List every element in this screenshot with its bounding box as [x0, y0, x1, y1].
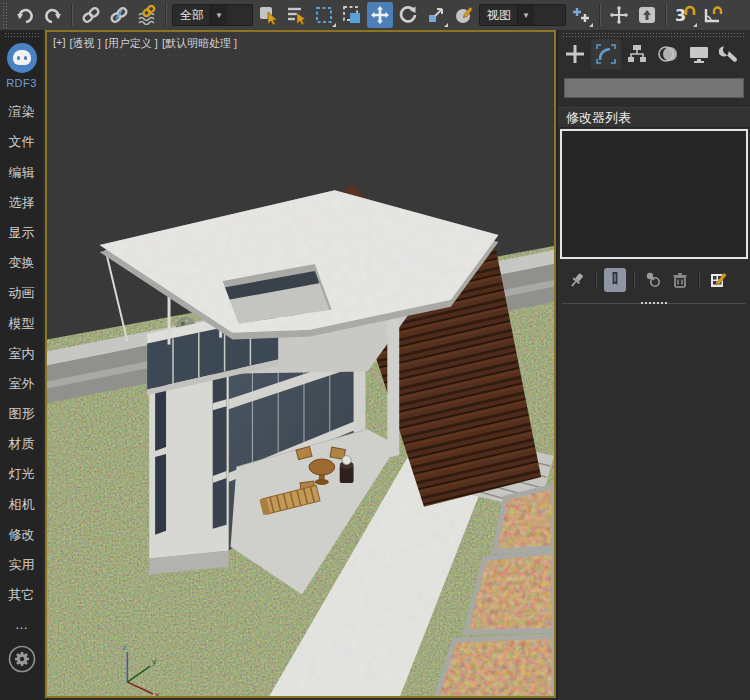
- viewport-menu-general[interactable]: [+]: [53, 36, 66, 51]
- modifier-stack-list[interactable]: [560, 129, 748, 259]
- axis-x-label: x: [155, 690, 159, 696]
- selection-filter-dropdown[interactable]: 全部 ▼: [172, 4, 253, 26]
- chevron-down-icon: ▼: [517, 5, 534, 25]
- unlink-selection-icon[interactable]: [106, 2, 132, 28]
- axis-z-label: z: [122, 643, 126, 652]
- rollout-divider: [562, 303, 746, 307]
- command-panel: 修改器列表: [558, 30, 750, 700]
- chevron-down-icon: ▼: [210, 5, 227, 25]
- bind-to-space-warp-icon[interactable]: [134, 2, 160, 28]
- rectangular-selection-region-icon[interactable]: [311, 2, 337, 28]
- select-and-scale-icon[interactable]: [423, 2, 449, 28]
- sidebar-item-other[interactable]: 其它: [9, 588, 35, 602]
- pin-stack-icon[interactable]: [566, 268, 588, 292]
- tab-modify-icon[interactable]: [591, 39, 621, 69]
- tab-create-icon[interactable]: [560, 39, 590, 69]
- sidebar-item-file[interactable]: 文件: [9, 135, 35, 149]
- sidebar-settings-gear-icon[interactable]: [7, 644, 37, 678]
- logo-blob: [13, 50, 31, 65]
- window-crossing-icon[interactable]: [339, 2, 365, 28]
- sidebar-item-model[interactable]: 模型: [9, 317, 35, 331]
- select-and-manipulate-icon[interactable]: [606, 2, 632, 28]
- max-app-window: 全部 ▼ 视图 ▼: [0, 0, 750, 700]
- tab-display-icon[interactable]: [684, 39, 714, 69]
- svg-text:3: 3: [675, 6, 686, 25]
- toolbar-separator: [71, 4, 73, 26]
- select-and-place-icon[interactable]: [451, 2, 477, 28]
- viewport-menu-user[interactable]: [用户定义 ]: [105, 36, 158, 51]
- button-separator: [595, 271, 597, 289]
- select-object-icon[interactable]: [255, 2, 281, 28]
- sidebar-item-material[interactable]: 材质: [9, 437, 35, 451]
- sidebar-item-animation[interactable]: 动画: [9, 286, 35, 300]
- select-and-move-icon[interactable]: [367, 2, 393, 28]
- viewport-menu-pov[interactable]: [透视 ]: [70, 36, 101, 51]
- select-by-name-icon[interactable]: [283, 2, 309, 28]
- sidebar-item-lights[interactable]: 灯光: [9, 467, 35, 481]
- command-panel-tabs: [558, 37, 750, 70]
- logo-text: RDF3: [6, 77, 37, 89]
- sidebar-item-shapes[interactable]: 图形: [9, 407, 35, 421]
- divider-drag-handle[interactable]: [640, 301, 668, 306]
- tab-hierarchy-icon[interactable]: [622, 39, 652, 69]
- viewport-label: [+] [透视 ] [用户定义 ] [默认明暗处理 ]: [53, 36, 237, 51]
- patio-table: [309, 459, 335, 475]
- sidebar-item-interior[interactable]: 室内: [9, 347, 35, 361]
- viewport-menu-shading[interactable]: [默认明暗处理 ]: [162, 36, 237, 51]
- grill: [340, 456, 354, 483]
- tab-utilities-icon[interactable]: [715, 39, 745, 69]
- flyout-corner: [693, 23, 697, 27]
- flyout-corner: [589, 23, 593, 27]
- sidebar-item-more[interactable]: …: [15, 618, 28, 632]
- sidebar-item-exterior[interactable]: 室外: [9, 377, 35, 391]
- modifier-list-dropdown[interactable]: 修改器列表: [558, 107, 750, 128]
- keyboard-shortcut-override-icon[interactable]: [634, 2, 660, 28]
- remove-modifier-icon[interactable]: [669, 268, 691, 292]
- sidebar-item-modify[interactable]: 修改: [9, 528, 35, 542]
- use-pivot-point-center-icon[interactable]: [568, 2, 594, 28]
- axis-y-label: y: [152, 657, 156, 666]
- undo-icon[interactable]: [12, 2, 38, 28]
- flyout-corner: [332, 23, 336, 27]
- configure-modifier-sets-icon[interactable]: [707, 268, 729, 292]
- object-name-field[interactable]: [564, 78, 744, 98]
- coord-system-value: 视图: [487, 7, 511, 24]
- modifier-list-label: 修改器列表: [566, 109, 631, 127]
- toolbar-drag-handle[interactable]: [2, 2, 8, 28]
- perspective-viewport[interactable]: [+] [透视 ] [用户定义 ] [默认明暗处理 ]: [45, 30, 556, 698]
- sidebar-item-display[interactable]: 显示: [9, 226, 35, 240]
- toolbar-separator: [599, 4, 601, 26]
- angle-snap-toggle-icon[interactable]: [700, 2, 726, 28]
- make-unique-icon[interactable]: [642, 268, 664, 292]
- button-separator: [633, 271, 635, 289]
- sidebar-drag-handle[interactable]: [4, 32, 40, 37]
- selection-filter-value: 全部: [180, 7, 204, 24]
- sidebar-item-render[interactable]: 渲染: [9, 105, 35, 119]
- reference-coord-system-dropdown[interactable]: 视图 ▼: [479, 4, 566, 26]
- rdf3-logo-icon[interactable]: [7, 43, 37, 73]
- sidebar-item-utility[interactable]: 实用: [9, 558, 35, 572]
- redo-icon[interactable]: [40, 2, 66, 28]
- sidebar-item-transform[interactable]: 变换: [9, 256, 35, 270]
- toolbar-separator: [165, 4, 167, 26]
- show-end-result-icon[interactable]: [604, 268, 626, 292]
- select-and-link-icon[interactable]: [78, 2, 104, 28]
- sidebar-item-camera[interactable]: 相机: [9, 498, 35, 512]
- select-and-rotate-icon[interactable]: [395, 2, 421, 28]
- left-quad-menu-sidebar: RDF3 渲染 文件 编辑 选择 显示 变换 动画 模型 室内 室外 图形 材质…: [0, 30, 43, 700]
- main-toolbar: 全部 ▼ 视图 ▼: [0, 0, 750, 31]
- flyout-corner: [444, 23, 448, 27]
- sidebar-item-select[interactable]: 选择: [9, 196, 35, 210]
- toolbar-separator: [665, 4, 667, 26]
- button-separator: [698, 271, 700, 289]
- tab-motion-icon[interactable]: [653, 39, 683, 69]
- sidebar-item-edit[interactable]: 编辑: [9, 166, 35, 180]
- viewport-canvas[interactable]: x y z: [47, 32, 554, 696]
- snaps-toggle-3d-icon[interactable]: 3: [672, 2, 698, 28]
- modifier-stack-buttons: [558, 265, 750, 295]
